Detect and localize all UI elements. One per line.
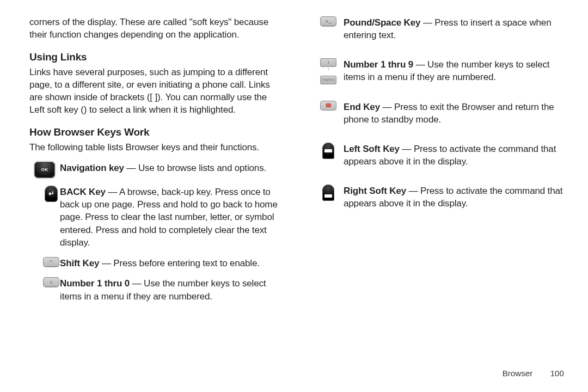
key-description: End Key — Press to exit the Browser and … [344,101,566,126]
key-row-end: ☎ End Key — Press to exit the Browser an… [313,101,566,126]
shift-key-icon: *↑ [43,257,59,267]
paragraph-browser-keys: The following table lists Browser keys a… [29,142,283,154]
left-column: corners of the display. These are called… [29,16,283,303]
key-row-back: ↵ BACK Key — A browse, back-up key. Pres… [29,186,283,249]
key-name: Number 1 thru 0 [60,278,130,289]
manual-page: corners of the display. These are called… [0,0,588,392]
ellipsis-icon: ··· [327,68,330,75]
back-key-icon: ↵ [45,186,58,202]
icon-cell: OK [29,162,60,178]
two-column-layout: corners of the display. These are called… [29,16,566,303]
key-name: Right Soft Key [344,186,406,196]
carryover-paragraph: corners of the display. These are called… [29,16,283,41]
key-name: End Key [344,102,380,112]
icon-cell [313,185,344,201]
key-description: Right Soft Key — Press to activate the c… [344,185,566,210]
icon-cell [313,143,344,159]
key-text: — Use to browse lists and options. [124,163,266,173]
key-row-left-soft: Left Soft Key — Press to activate the co… [313,143,566,168]
key-name: Shift Key [60,258,99,268]
icon-cell: # ␣ [313,16,344,26]
key-row-pound: # ␣ Pound/Space Key — Press to insert a … [313,16,566,42]
icon-cell: *↑ [29,257,60,267]
footer-page-number: 100 [550,369,564,378]
paragraph-using-links: Links have several purposes, such as jum… [29,66,283,117]
icon-cell: ☎ [313,101,344,111]
key-row-right-soft: Right Soft Key — Press to activate the c… [313,185,566,210]
icon-cell: 0 [29,277,60,287]
icon-cell: 1 ··· 9 WXYZ [313,58,344,84]
key-row-num1thru9: 1 ··· 9 WXYZ Number 1 thru 9 — Use the n… [313,58,566,84]
heading-using-links: Using Links [29,51,283,63]
number-keys-stack-icon: 1 ··· 9 WXYZ [320,58,336,84]
page-footer: Browser 100 [503,369,564,378]
key-description: Navigation key — Use to browse lists and… [60,162,283,174]
key-description: BACK Key — A browse, back-up key. Press … [60,186,283,249]
end-key-icon: ☎ [320,101,336,111]
key-row-num1thru0: 0 Number 1 thru 0 — Use the number keys … [29,277,283,303]
key-row-shift: *↑ Shift Key — Press before entering tex… [29,257,283,270]
number-one-key-icon: 1 [320,58,336,67]
key-description: Pound/Space Key — Press to insert a spac… [344,16,566,42]
heading-browser-keys: How Browser Keys Work [29,126,283,138]
ok-key-icon: OK [34,162,55,178]
key-row-navigation: OK Navigation key — Use to browse lists … [29,162,283,178]
key-text: — Press before entering text to enable. [99,258,260,268]
right-column: # ␣ Pound/Space Key — Press to insert a … [313,16,566,303]
number-nine-key-icon: 9 WXYZ [320,76,336,84]
left-soft-key-icon [322,143,334,159]
key-name: Navigation key [60,163,124,173]
key-description: Left Soft Key — Press to activate the co… [344,143,566,168]
pound-key-icon: # ␣ [320,16,336,26]
key-name: Pound/Space Key [344,17,420,28]
key-description: Number 1 thru 0 — Use the number keys to… [60,277,283,303]
key-description: Shift Key — Press before entering text t… [60,257,283,270]
number-zero-key-icon: 0 [43,277,59,287]
footer-section: Browser [503,369,533,378]
key-name: Left Soft Key [344,144,400,154]
icon-cell: ↵ [29,186,60,202]
key-name: BACK Key [60,187,106,197]
key-description: Number 1 thru 9 — Use the number keys to… [344,58,566,84]
key-name: Number 1 thru 9 [344,59,413,70]
right-soft-key-icon [322,185,334,201]
